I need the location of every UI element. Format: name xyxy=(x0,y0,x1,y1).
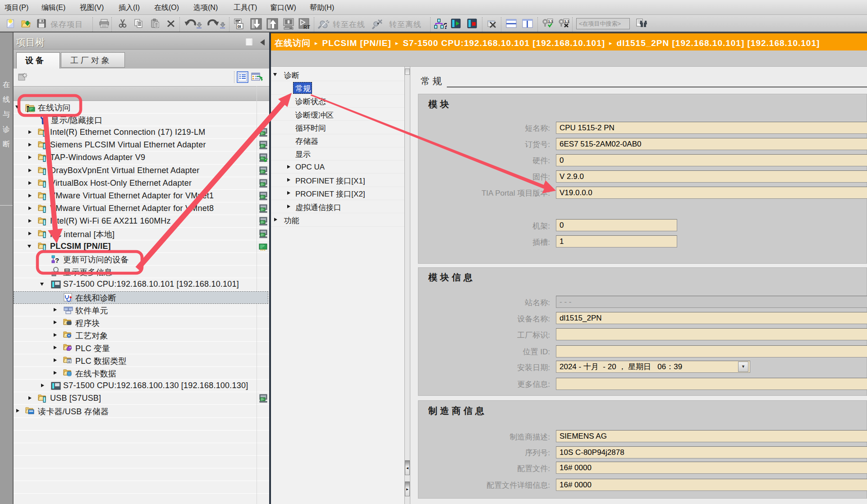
svg-text:0I: 0I xyxy=(238,24,241,29)
svg-text:?: ? xyxy=(443,21,447,30)
svg-text:1.1: 1.1 xyxy=(564,19,570,23)
svg-text:?: ? xyxy=(55,257,59,264)
svg-text:1.1: 1.1 xyxy=(548,19,554,23)
svg-text:RT: RT xyxy=(303,24,310,30)
